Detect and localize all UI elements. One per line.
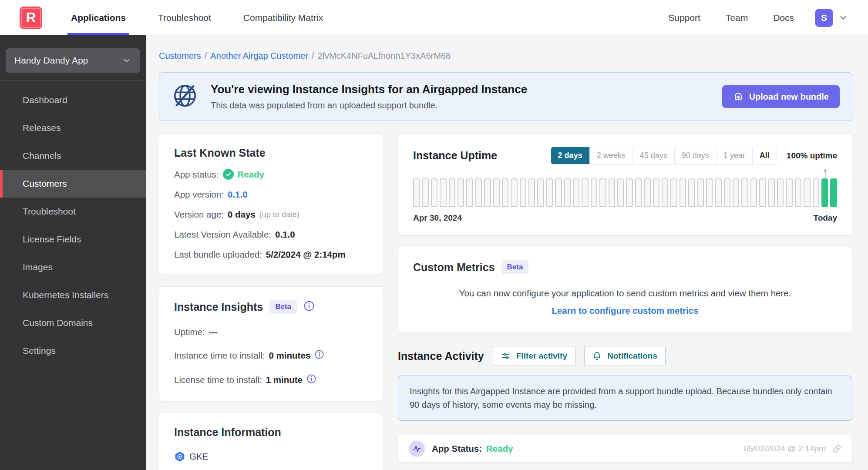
uptime-bar-empty[interactable] — [440, 178, 446, 207]
uptime-bar-empty[interactable] — [733, 178, 739, 207]
uptime-bar-empty[interactable] — [493, 178, 500, 207]
sidebar-item-license-fields[interactable]: License Fields — [0, 225, 146, 253]
range-button-1-year[interactable]: 1 year — [717, 147, 753, 164]
filter-activity-button[interactable]: Filter activity — [493, 346, 575, 366]
sidebar-item-dashboard[interactable]: Dashboard — [0, 86, 146, 114]
upload-new-bundle-button[interactable]: Upload new bundle — [722, 85, 840, 108]
uptime-bar-empty[interactable] — [599, 178, 606, 207]
uptime-bar-empty[interactable] — [804, 178, 810, 207]
nav-tab-troubleshoot[interactable]: Troubleshoot — [155, 0, 215, 35]
uptime-bar-empty[interactable] — [511, 178, 517, 207]
uptime-bar-empty[interactable] — [635, 178, 642, 207]
range-button-45-days[interactable]: 45 days — [633, 147, 675, 164]
uptime-bar-empty[interactable] — [422, 178, 428, 207]
uptime-bar-empty[interactable] — [768, 178, 775, 207]
uptime-bar-empty[interactable] — [670, 178, 677, 207]
uptime-bar-empty[interactable] — [431, 178, 437, 207]
nav-link-team[interactable]: Team — [726, 13, 748, 23]
uptime-bar-empty[interactable] — [697, 178, 704, 207]
replicated-logo[interactable]: R — [20, 7, 42, 29]
range-button-2-weeks[interactable]: 2 weeks — [590, 147, 633, 164]
uptime-bar-empty[interactable] — [688, 178, 695, 207]
activity-row[interactable]: App Status:Ready05/02/2024 @ 2:14pm — [398, 435, 852, 463]
uptime-bar-empty[interactable] — [520, 178, 526, 207]
info-icon[interactable] — [306, 374, 316, 386]
uptime-bar-empty[interactable] — [759, 178, 766, 207]
uptime-bar-empty[interactable] — [715, 178, 721, 207]
uptime-bar-empty[interactable] — [662, 178, 668, 207]
sidebar-item-channels[interactable]: Channels — [0, 142, 146, 170]
nav-tab-compatibility-matrix[interactable]: Compatibility Matrix — [240, 0, 326, 35]
instance-insights-card: Instance Insights Beta Uptime: --- Insta… — [159, 286, 383, 401]
uptime-bar-empty[interactable] — [591, 178, 597, 207]
app-version-link[interactable]: 0.1.0 — [228, 189, 248, 200]
uptime-bar-empty[interactable] — [813, 178, 819, 207]
gke-icon — [174, 451, 185, 462]
configure-metrics-link[interactable]: Learn to configure custom metrics — [413, 306, 837, 316]
notifications-button[interactable]: Notifications — [584, 346, 666, 366]
nav-link-docs[interactable]: Docs — [773, 13, 794, 23]
sidebar-item-custom-domains[interactable]: Custom Domains — [0, 309, 146, 337]
custom-metrics-description: You can now configure your application t… — [413, 288, 837, 299]
app-version-row: App version: 0.1.0 — [174, 189, 368, 200]
uptime-bar-up[interactable] — [830, 178, 837, 207]
nav-right: SupportTeamDocs S — [643, 9, 848, 27]
info-icon[interactable] — [314, 349, 324, 362]
uptime-bar-empty[interactable] — [582, 178, 588, 207]
uptime-bar-up[interactable] — [821, 178, 828, 207]
uptime-bar-empty[interactable] — [475, 178, 482, 207]
uptime-bar-empty[interactable] — [777, 178, 784, 207]
app-status-row: App status: Ready — [174, 169, 368, 180]
uptime-bar-empty[interactable] — [609, 178, 615, 207]
uptime-bar-empty[interactable] — [786, 178, 792, 207]
uptime-bar-empty[interactable] — [555, 178, 562, 207]
uptime-bar-empty[interactable] — [466, 178, 473, 207]
uptime-bar-empty[interactable] — [502, 178, 508, 207]
link-icon[interactable] — [832, 444, 841, 453]
uptime-bar-empty[interactable] — [626, 178, 632, 207]
uptime-bar-empty[interactable] — [449, 178, 455, 207]
chevron-down-icon — [122, 56, 131, 65]
uptime-bar-empty[interactable] — [537, 178, 544, 207]
breadcrumb-link-customer[interactable]: Another Airgap Customer — [210, 51, 308, 61]
nav-link-support[interactable]: Support — [668, 13, 700, 23]
sidebar-item-customers[interactable]: Customers — [0, 170, 146, 198]
uptime-bar-empty[interactable] — [413, 178, 420, 207]
uptime-bar-empty[interactable] — [680, 178, 686, 207]
sidebar-item-settings[interactable]: Settings — [0, 337, 146, 365]
uptime-bar-empty[interactable] — [546, 178, 553, 207]
uptime-bar-empty[interactable] — [706, 178, 713, 207]
breadcrumb-separator: / — [205, 51, 207, 61]
uptime-bar-empty[interactable] — [458, 178, 464, 207]
uptime-bar-empty[interactable] — [528, 178, 535, 207]
uptime-bar-empty[interactable] — [741, 178, 748, 207]
uptime-bar-empty[interactable] — [653, 178, 659, 207]
uptime-bar-empty[interactable] — [484, 178, 491, 207]
sidebar-item-releases[interactable]: Releases — [0, 114, 146, 142]
sidebar-item-troubleshoot[interactable]: Troubleshoot — [0, 198, 146, 225]
app-selector-dropdown[interactable]: Handy Dandy App — [6, 48, 140, 73]
uptime-end-label: Today — [813, 213, 837, 223]
uptime-bar-empty[interactable] — [724, 178, 730, 207]
uptime-bar-empty[interactable] — [795, 178, 801, 207]
user-avatar[interactable]: S — [815, 9, 833, 27]
chevron-down-icon[interactable] — [838, 13, 848, 23]
uptime-bar-empty[interactable] — [573, 178, 579, 207]
nav-tab-applications[interactable]: Applications — [67, 0, 129, 35]
uptime-bar-empty[interactable] — [750, 178, 757, 207]
breadcrumb-link-customers[interactable]: Customers — [159, 51, 201, 61]
top-nav: R ApplicationsTroubleshootCompatibility … — [0, 0, 868, 35]
info-icon[interactable] — [303, 300, 315, 313]
uptime-bar-empty[interactable] — [644, 178, 650, 207]
range-button-2-days[interactable]: 2 days — [551, 147, 590, 164]
instance-information-card: Instance Information GKE v1.28.7-gke.10 — [159, 413, 383, 470]
sidebar-item-kubernetes-installers[interactable]: Kubernetes Installers — [0, 281, 146, 309]
last-bundle-value: 5/2/2024 @ 2:14pm — [266, 249, 346, 260]
activity-rows: App Status:Ready05/02/2024 @ 2:14pmApp S… — [398, 435, 852, 470]
range-button-90-days[interactable]: 90 days — [675, 147, 717, 164]
uptime-bar-empty[interactable] — [617, 178, 624, 207]
range-button-all[interactable]: All — [753, 147, 777, 164]
uptime-bar-empty[interactable] — [564, 178, 571, 207]
app-selector-label: Handy Dandy App — [14, 55, 88, 66]
sidebar-item-images[interactable]: Images — [0, 253, 146, 281]
